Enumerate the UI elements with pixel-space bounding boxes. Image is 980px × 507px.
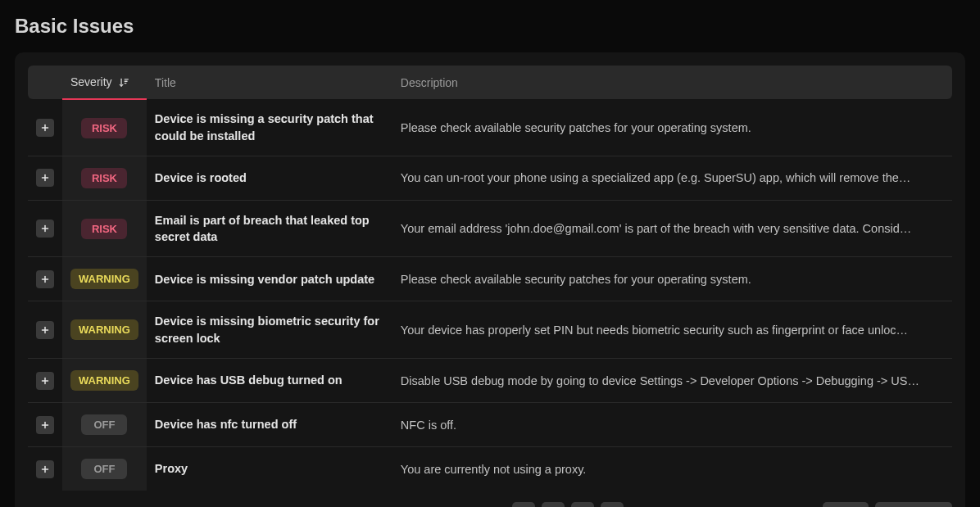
expand-button[interactable] xyxy=(36,321,54,339)
issue-description: You are currently not using a proxy. xyxy=(401,463,944,476)
severity-badge: RISK xyxy=(81,168,127,188)
expand-button[interactable] xyxy=(36,169,54,187)
first-page-button[interactable] xyxy=(512,502,535,507)
issue-title: Device is missing a security patch that … xyxy=(155,111,384,144)
table-row: OFFDevice has nfc turned offNFC is off. xyxy=(28,403,952,447)
plus-icon xyxy=(40,123,50,133)
issue-description: Please check available security patches … xyxy=(401,273,944,286)
issue-title: Device is missing vendor patch update xyxy=(155,271,384,287)
issue-description: NFC is off. xyxy=(401,419,944,432)
sort-desc-icon xyxy=(118,77,129,88)
severity-badge: OFF xyxy=(81,414,127,435)
expand-button[interactable] xyxy=(36,220,54,238)
table-row: WARNINGDevice has USB debug turned onDis… xyxy=(28,359,952,403)
page-size-select[interactable]: 10 / page xyxy=(875,502,952,507)
severity-badge: RISK xyxy=(81,219,127,239)
plus-icon xyxy=(40,224,50,233)
severity-badge: WARNING xyxy=(70,370,138,391)
expand-button[interactable] xyxy=(36,119,54,137)
issue-title: Email is part of breach that leaked top … xyxy=(155,212,384,246)
severity-badge: WARNING xyxy=(70,269,138,289)
expand-button[interactable] xyxy=(36,460,54,478)
issue-description: Disable USB debug mode by going to devic… xyxy=(401,374,944,387)
issue-description: Please check available security patches … xyxy=(401,121,944,134)
goto-page-input[interactable] xyxy=(823,502,869,507)
table-row: RISKDevice is rootedYou can un-root your… xyxy=(28,156,952,200)
plus-icon xyxy=(40,464,50,474)
table-row: RISKDevice is missing a security patch t… xyxy=(28,99,952,156)
issue-title: Device is missing biometric security for… xyxy=(155,313,384,346)
col-expand xyxy=(28,66,62,99)
severity-badge: WARNING xyxy=(70,319,138,340)
issue-title: Device is rooted xyxy=(155,170,384,186)
page-title: Basic Issues xyxy=(15,15,965,38)
severity-badge: OFF xyxy=(81,459,127,479)
last-page-button[interactable] xyxy=(601,502,624,507)
pagination: Page 1 of 1 (Total: 8) | Go to page: 10 … xyxy=(28,502,952,507)
table-row: WARNINGDevice is missing biometric secur… xyxy=(28,301,952,359)
next-page-button[interactable] xyxy=(571,502,594,507)
issue-title: Device has nfc turned off xyxy=(155,416,384,432)
col-severity[interactable]: Severity xyxy=(62,66,147,99)
issues-table: Severity Title Description RISKDevice is… xyxy=(28,66,952,491)
prev-page-button[interactable] xyxy=(542,502,565,507)
table-row: RISKEmail is part of breach that leaked … xyxy=(28,200,952,257)
plus-icon xyxy=(40,325,50,335)
table-row: OFFProxyYou are currently not using a pr… xyxy=(28,447,952,491)
plus-icon xyxy=(40,376,50,386)
plus-icon xyxy=(40,173,50,183)
col-severity-label: Severity xyxy=(70,75,112,88)
table-row: WARNINGDevice is missing vendor patch up… xyxy=(28,257,952,301)
expand-button[interactable] xyxy=(36,372,54,390)
expand-button[interactable] xyxy=(36,416,54,434)
issue-description: Your email address 'john.doe@gmail.com' … xyxy=(401,222,944,235)
plus-icon xyxy=(40,420,50,430)
issue-title: Proxy xyxy=(155,460,384,477)
issue-description: You can un-root your phone using a speci… xyxy=(401,171,944,184)
plus-icon xyxy=(40,274,50,284)
issue-description: Your device has properly set PIN but nee… xyxy=(401,324,944,337)
col-description[interactable]: Description xyxy=(392,66,952,99)
col-title[interactable]: Title xyxy=(147,66,392,99)
issues-table-container: Severity Title Description RISKDevice is… xyxy=(15,52,965,507)
expand-button[interactable] xyxy=(36,270,54,288)
issue-title: Device has USB debug turned on xyxy=(155,372,384,388)
severity-badge: RISK xyxy=(81,118,127,138)
